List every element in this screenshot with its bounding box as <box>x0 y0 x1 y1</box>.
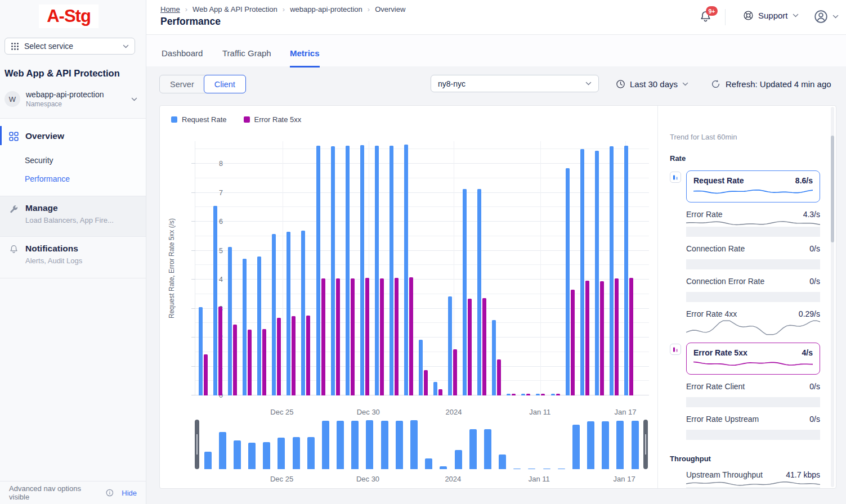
user-menu[interactable] <box>813 9 839 24</box>
bar-error-rate-5xx[interactable] <box>453 349 457 395</box>
trend-metric-card[interactable]: Request Rate8.6/s <box>686 170 820 202</box>
bar-request-rate[interactable] <box>536 394 540 395</box>
bar-request-rate[interactable] <box>507 394 511 395</box>
hide-link[interactable]: Hide <box>122 489 137 497</box>
bar-error-rate-5xx[interactable] <box>438 389 442 395</box>
bar-request-rate[interactable] <box>301 231 305 395</box>
bar-request-rate[interactable] <box>375 146 379 395</box>
bar-error-rate-5xx[interactable] <box>218 307 222 395</box>
trend-metric-row[interactable]: Connection Error Rate0/s <box>686 277 820 302</box>
bar-request-rate[interactable] <box>580 149 584 395</box>
server-toggle-option[interactable]: Server <box>160 75 204 93</box>
bar-request-rate[interactable] <box>566 168 570 395</box>
bar-error-rate-5xx[interactable] <box>204 354 208 395</box>
bar-error-rate-5xx[interactable] <box>233 325 237 395</box>
bar-request-rate[interactable] <box>595 151 599 395</box>
bar-error-rate-5xx[interactable] <box>351 278 355 395</box>
bar-error-rate-5xx[interactable] <box>497 359 501 395</box>
bar-request-rate[interactable] <box>199 307 203 395</box>
tab-traffic-graph[interactable]: Traffic Graph <box>222 48 271 66</box>
bar-error-rate-5xx[interactable] <box>600 281 604 395</box>
bar-request-rate[interactable] <box>624 146 628 395</box>
mini-bar-chart-icon[interactable] <box>670 172 681 183</box>
bar-error-rate-5xx[interactable] <box>380 278 384 395</box>
bar-request-rate[interactable] <box>257 256 261 395</box>
scrollbar-thumb[interactable] <box>831 136 834 242</box>
sidebar-item-performance[interactable]: Performance <box>25 174 70 183</box>
client-toggle-option[interactable]: Client <box>204 75 246 93</box>
bar-request-rate[interactable] <box>360 145 364 395</box>
site-selector-dropdown[interactable]: ny8-nyc <box>431 75 599 92</box>
breadcrumb-item[interactable]: webapp-api-protection <box>290 5 362 14</box>
bar-request-rate[interactable] <box>551 394 555 395</box>
bar-request-rate[interactable] <box>521 394 525 395</box>
bar-error-rate-5xx[interactable] <box>262 329 266 395</box>
bar-request-rate[interactable] <box>346 146 350 395</box>
sidebar-item-manage[interactable]: Manage Load Balancers, App Fire... <box>0 196 146 237</box>
brush-chart[interactable] <box>195 420 648 469</box>
bar-error-rate-5xx[interactable] <box>248 330 252 395</box>
breadcrumb-item[interactable]: Web App & API Protection <box>193 5 277 14</box>
bar-request-rate[interactable] <box>272 234 276 395</box>
bar-error-rate-5xx[interactable] <box>292 316 296 395</box>
bar-request-rate[interactable] <box>463 189 467 395</box>
breadcrumb-item[interactable]: Home <box>160 5 180 14</box>
bar-error-rate-5xx[interactable] <box>365 278 369 395</box>
trend-metric-row[interactable]: Error Rate Upstream0/s <box>686 415 820 440</box>
mini-bar-chart-icon[interactable] <box>670 344 681 355</box>
trend-metric-row[interactable]: Error Rate 4xx0.29/s <box>686 309 820 335</box>
bar-error-rate-5xx[interactable] <box>512 394 516 395</box>
tab-dashboard[interactable]: Dashboard <box>162 48 203 66</box>
sidebar-item-overview[interactable]: Overview <box>9 131 64 141</box>
brush-handle-left[interactable] <box>195 420 199 469</box>
bar-request-rate[interactable] <box>390 146 393 395</box>
bar-error-rate-5xx[interactable] <box>321 278 325 395</box>
breadcrumb-item[interactable]: Overview <box>375 5 405 14</box>
bar-request-rate[interactable] <box>419 340 423 395</box>
bar-request-rate[interactable] <box>213 206 217 395</box>
sidebar-item-security[interactable]: Security <box>25 156 53 165</box>
bar-request-rate[interactable] <box>492 320 496 395</box>
trend-metric-row[interactable]: Error Rate4.3/s <box>686 210 820 237</box>
bar-error-rate-5xx[interactable] <box>526 394 530 395</box>
bar-error-rate-5xx[interactable] <box>277 318 281 395</box>
trend-metric-row[interactable]: Connection Rate0/s <box>686 244 820 269</box>
legend-item[interactable]: Error Rate 5xx <box>244 115 302 124</box>
bar-request-rate[interactable] <box>433 382 437 395</box>
time-range-dropdown[interactable]: Last 30 days <box>616 75 688 92</box>
bar-request-rate[interactable] <box>316 146 320 395</box>
bar-request-rate[interactable] <box>448 296 452 395</box>
bar-error-rate-5xx[interactable] <box>306 316 310 395</box>
bar-error-rate-5xx[interactable] <box>556 394 560 395</box>
sidebar-item-notifications[interactable]: Notifications Alerts, Audit Logs <box>0 237 146 278</box>
bar-request-rate[interactable] <box>287 232 290 395</box>
bar-error-rate-5xx[interactable] <box>585 281 589 395</box>
brush-handle-right[interactable] <box>643 420 648 469</box>
bar-request-rate[interactable] <box>243 259 247 396</box>
bar-request-rate[interactable] <box>477 189 481 395</box>
bar-error-rate-5xx[interactable] <box>336 278 340 395</box>
bar-request-rate[interactable] <box>331 146 335 395</box>
bar-error-rate-5xx[interactable] <box>571 290 575 395</box>
bar-error-rate-5xx[interactable] <box>541 394 545 395</box>
refresh-button[interactable]: Refresh: Updated 4 min ago <box>711 75 831 92</box>
bar-request-rate[interactable] <box>228 247 232 395</box>
trend-metric-row[interactable]: Error Rate Client0/s <box>686 382 820 407</box>
tab-metrics[interactable]: Metrics <box>290 48 320 68</box>
brand-logo[interactable]: A-Stg <box>39 4 99 28</box>
select-service-dropdown[interactable]: Select service <box>5 38 135 55</box>
bar-error-rate-5xx[interactable] <box>409 277 413 395</box>
support-menu[interactable]: Support <box>743 10 799 21</box>
bar-error-rate-5xx[interactable] <box>424 370 428 395</box>
legend-item[interactable]: Request Rate <box>171 115 227 124</box>
notifications-bell-button[interactable]: 9+ <box>699 10 714 25</box>
trend-metric-card[interactable]: Error Rate 5xx4/s <box>686 343 820 375</box>
bar-error-rate-5xx[interactable] <box>615 278 619 395</box>
bar-request-rate[interactable] <box>610 146 614 395</box>
namespace-selector[interactable]: W webapp-api-protection Namespace <box>5 90 141 108</box>
bar-error-rate-5xx[interactable] <box>468 299 472 395</box>
trend-metric-row[interactable]: Upstream Throughput41.7 kbps <box>686 470 820 488</box>
bar-request-rate[interactable] <box>404 145 408 395</box>
bar-error-rate-5xx[interactable] <box>482 298 486 395</box>
bar-error-rate-5xx[interactable] <box>395 278 399 395</box>
